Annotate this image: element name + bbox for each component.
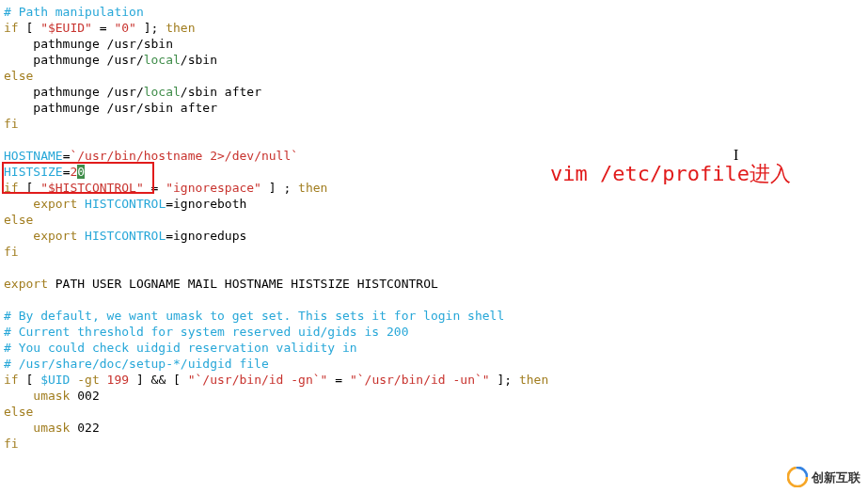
code-line: # Current threshold for system reserved …: [4, 324, 864, 340]
code-line: [4, 132, 864, 148]
code-line: pathmunge /usr/local/sbin after: [4, 84, 864, 100]
highlight-rectangle: [2, 162, 154, 194]
code-line: else: [4, 404, 864, 420]
watermark-logo-icon: [787, 467, 808, 487]
code-line: fi: [4, 244, 864, 260]
code-line: fi: [4, 436, 864, 452]
code-line: pathmunge /usr/sbin: [4, 36, 864, 52]
code-line: export HISTCONTROL=ignoredups: [4, 228, 864, 244]
code-line: export HISTCONTROL=ignoreboth: [4, 196, 864, 212]
code-line: umask 022: [4, 420, 864, 436]
watermark-label: 创新互联: [812, 469, 860, 485]
code-line: if [ "$EUID" = "0" ]; then: [4, 20, 864, 36]
code-line: # By default, we want umask to get set. …: [4, 308, 864, 324]
code-line: # /usr/share/doc/setup-*/uidgid file: [4, 356, 864, 372]
code-line: else: [4, 212, 864, 228]
ibeam-cursor-icon: I: [734, 147, 738, 163]
annotation-text: vim /etc/profile进入: [550, 166, 791, 182]
code-line: fi: [4, 116, 864, 132]
code-line: [4, 260, 864, 276]
code-line: pathmunge /usr/local/sbin: [4, 52, 864, 68]
code-editor[interactable]: # Path manipulationif [ "$EUID" = "0" ];…: [0, 0, 868, 455]
watermark: 创新互联: [787, 467, 860, 487]
code-line: # Path manipulation: [4, 4, 864, 20]
code-line: # You could check uidgid reservation val…: [4, 340, 864, 356]
code-line: pathmunge /usr/sbin after: [4, 100, 864, 116]
code-line: [4, 292, 864, 308]
code-line: if [ $UID -gt 199 ] && [ "`/usr/bin/id -…: [4, 372, 864, 388]
code-line: umask 002: [4, 388, 864, 404]
code-line: export PATH USER LOGNAME MAIL HOSTNAME H…: [4, 276, 864, 292]
code-line: else: [4, 68, 864, 84]
